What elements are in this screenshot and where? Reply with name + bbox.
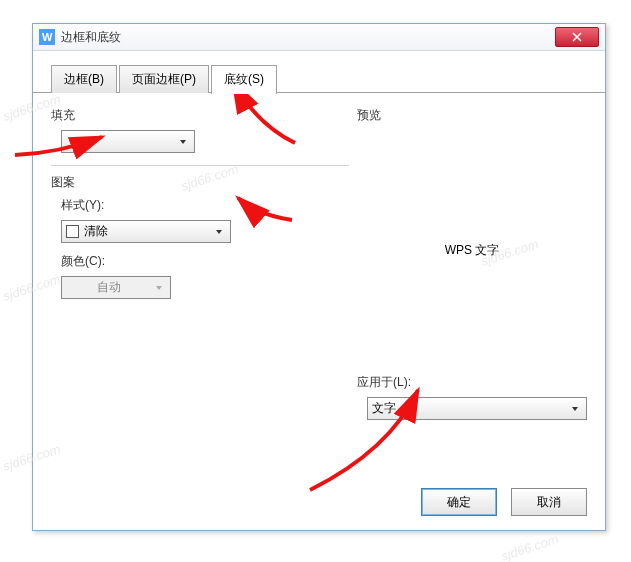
style-select[interactable]: 清除	[61, 220, 231, 243]
chevron-down-icon	[211, 228, 226, 236]
footer: 确定 取消	[421, 488, 587, 516]
chevron-down-icon	[175, 138, 190, 146]
color-label: 颜色(C):	[61, 253, 349, 270]
apply-to-label: 应用于(L):	[357, 374, 587, 391]
right-panel: 预览 WPS 文字 应用于(L): 文字	[357, 103, 587, 420]
ok-button[interactable]: 确定	[421, 488, 497, 516]
preview-box: WPS 文字	[357, 130, 587, 370]
tab-page-border[interactable]: 页面边框(P)	[119, 65, 209, 93]
pattern-label: 图案	[51, 174, 349, 191]
cancel-button[interactable]: 取消	[511, 488, 587, 516]
tab-bar: 边框(B) 页面边框(P) 底纹(S)	[33, 51, 605, 93]
chevron-down-icon	[151, 284, 166, 292]
content-area: 填充 图案 样式(Y): 清除 颜色(C): 自动	[33, 93, 605, 430]
fill-select[interactable]	[61, 130, 195, 153]
divider	[51, 165, 349, 166]
app-icon	[39, 29, 55, 45]
close-button[interactable]	[555, 27, 599, 47]
tab-shading[interactable]: 底纹(S)	[211, 65, 277, 94]
preview-label: 预览	[357, 107, 587, 124]
chevron-down-icon	[567, 405, 582, 413]
style-value: 清除	[84, 223, 108, 240]
watermark: sjd66.com	[499, 531, 560, 562]
close-icon	[572, 32, 582, 42]
borders-shading-dialog: 边框和底纹 边框(B) 页面边框(P) 底纹(S) 填充 图案 样式(Y):	[32, 23, 606, 531]
left-panel: 填充 图案 样式(Y): 清除 颜色(C): 自动	[51, 103, 349, 420]
color-value: 自动	[97, 279, 121, 296]
apply-to-select[interactable]: 文字	[367, 397, 587, 420]
dialog-title: 边框和底纹	[61, 29, 121, 46]
fill-label: 填充	[51, 107, 349, 124]
tab-border[interactable]: 边框(B)	[51, 65, 117, 93]
apply-to-value: 文字	[372, 400, 396, 417]
style-label: 样式(Y):	[61, 197, 349, 214]
color-select[interactable]: 自动	[61, 276, 171, 299]
preview-text: WPS 文字	[445, 242, 500, 259]
checkbox-icon	[66, 225, 79, 238]
titlebar: 边框和底纹	[33, 24, 605, 51]
